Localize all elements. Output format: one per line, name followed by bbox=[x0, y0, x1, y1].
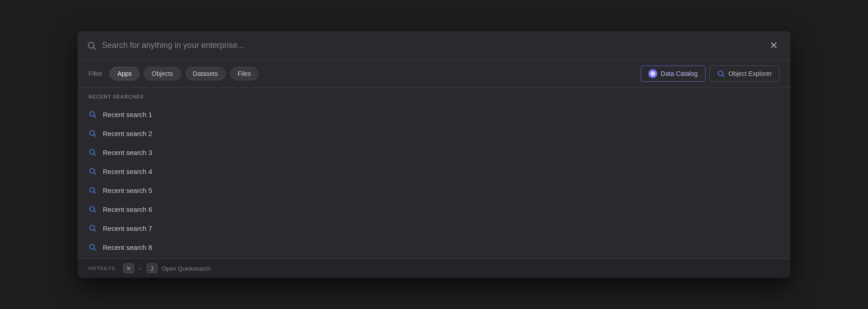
recent-item-6[interactable]: Recent search 6 bbox=[78, 200, 790, 219]
svg-point-15 bbox=[90, 206, 95, 211]
kbd-cmd: ⌘ bbox=[123, 263, 134, 273]
data-catalog-label: Data Catalog bbox=[661, 70, 698, 77]
object-explorer-button[interactable]: Object Explorer bbox=[709, 66, 780, 82]
right-buttons: Data Catalog Object Explorer bbox=[641, 66, 780, 82]
recent-item-text-3: Recent search 3 bbox=[103, 149, 152, 156]
search-modal: ✕ Filter Apps Objects Datasets Files Dat… bbox=[78, 31, 790, 278]
filter-bar: Filter Apps Objects Datasets Files Data … bbox=[78, 60, 790, 88]
svg-point-19 bbox=[90, 244, 95, 249]
svg-line-10 bbox=[94, 154, 96, 155]
recent-searches-list: Recent search 1 Recent search 2 Recent s… bbox=[78, 103, 790, 258]
svg-line-20 bbox=[94, 248, 96, 250]
recent-item-1[interactable]: Recent search 1 bbox=[78, 105, 790, 124]
recent-search-icon bbox=[88, 129, 97, 137]
recent-search-icon bbox=[88, 243, 97, 251]
filter-btn-apps[interactable]: Apps bbox=[110, 67, 139, 80]
svg-point-3 bbox=[718, 71, 723, 76]
recent-item-7[interactable]: Recent search 7 bbox=[78, 219, 790, 238]
recent-item-5[interactable]: Recent search 5 bbox=[78, 181, 790, 200]
svg-line-1 bbox=[93, 47, 96, 50]
recent-search-icon bbox=[88, 167, 97, 175]
svg-point-5 bbox=[90, 112, 95, 117]
recent-item-text-7: Recent search 7 bbox=[103, 225, 152, 232]
close-button[interactable]: ✕ bbox=[766, 38, 781, 53]
svg-line-14 bbox=[94, 192, 96, 193]
data-catalog-button[interactable]: Data Catalog bbox=[641, 66, 706, 82]
recent-item-text-4: Recent search 4 bbox=[103, 168, 152, 175]
svg-line-4 bbox=[722, 75, 724, 77]
search-input[interactable] bbox=[102, 41, 761, 50]
svg-point-17 bbox=[90, 225, 95, 230]
svg-point-7 bbox=[90, 131, 95, 136]
svg-line-6 bbox=[94, 116, 96, 117]
recent-item-3[interactable]: Recent search 3 bbox=[78, 143, 790, 162]
recent-search-icon bbox=[88, 110, 97, 118]
object-explorer-label: Object Explorer bbox=[729, 70, 772, 77]
filter-btn-datasets[interactable]: Datasets bbox=[185, 67, 226, 80]
recent-search-icon bbox=[88, 186, 97, 194]
recent-item-text-5: Recent search 5 bbox=[103, 187, 152, 194]
svg-line-8 bbox=[94, 135, 96, 136]
recent-item-text-6: Recent search 6 bbox=[103, 206, 152, 213]
recent-item-4[interactable]: Recent search 4 bbox=[78, 162, 790, 181]
recent-searches-header: RECENT SEARCHES bbox=[78, 88, 790, 103]
svg-line-12 bbox=[94, 173, 96, 174]
svg-line-16 bbox=[94, 211, 96, 212]
recent-search-icon bbox=[88, 148, 97, 156]
search-bar: ✕ bbox=[78, 31, 790, 60]
recent-item-text-1: Recent search 1 bbox=[103, 111, 152, 118]
recent-item-text-2: Recent search 2 bbox=[103, 130, 152, 137]
recent-item-8[interactable]: Recent search 8 bbox=[78, 238, 790, 257]
hotkeys-label: HOTKEYS bbox=[88, 266, 115, 271]
catalog-icon bbox=[648, 69, 657, 78]
footer: HOTKEYS ⌘ + J Open Quicksearch bbox=[78, 258, 790, 278]
svg-point-0 bbox=[88, 42, 94, 48]
recent-search-icon bbox=[88, 224, 97, 232]
recent-search-icon bbox=[88, 205, 97, 213]
kbd-j: J bbox=[147, 263, 157, 273]
svg-point-9 bbox=[90, 150, 95, 154]
filter-btn-files[interactable]: Files bbox=[230, 67, 259, 80]
object-explorer-icon bbox=[717, 70, 725, 78]
filter-btn-objects[interactable]: Objects bbox=[144, 67, 180, 80]
svg-point-11 bbox=[90, 169, 95, 173]
svg-line-18 bbox=[94, 229, 96, 231]
kbd-plus: + bbox=[139, 265, 142, 272]
hotkey-description: Open Quicksearch bbox=[162, 265, 211, 272]
recent-item-text-8: Recent search 8 bbox=[103, 243, 152, 251]
recent-item-2[interactable]: Recent search 2 bbox=[78, 124, 790, 143]
filter-label: Filter bbox=[88, 70, 102, 77]
svg-point-13 bbox=[90, 187, 95, 192]
search-icon bbox=[87, 41, 97, 51]
